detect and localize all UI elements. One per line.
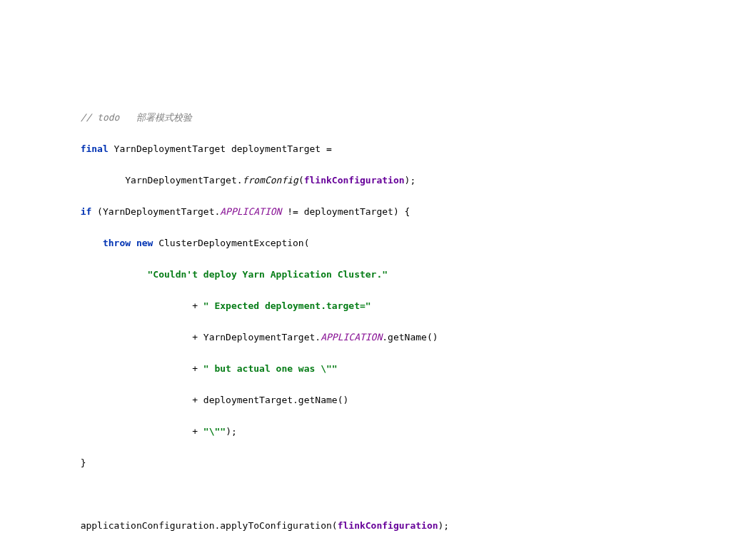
static-method: fromConfig <box>243 175 298 186</box>
code-text: != deploymentTarget) { <box>281 206 410 217</box>
parameter: flinkConfiguration <box>304 175 405 186</box>
code-text: ); <box>226 426 237 437</box>
code-text: + deploymentTarget.getName() <box>192 395 348 405</box>
code-line[interactable]: final YarnDeploymentTarget deploymentTar… <box>21 141 749 157</box>
code-text: ); <box>438 520 450 531</box>
code-text: } <box>81 457 86 468</box>
code-text: .getName() <box>382 332 438 342</box>
code-text: (YarnDeploymentTarget. <box>91 206 220 217</box>
code-text: YarnDeploymentTarget deploymentTarget = <box>109 143 332 154</box>
code-text <box>131 238 136 248</box>
code-text: + <box>192 363 203 374</box>
comment: // todo 部署模式校验 <box>81 112 192 123</box>
static-field: APPLICATION <box>220 206 281 217</box>
code-text: + <box>192 300 203 311</box>
code-line[interactable]: + " Expected deployment.target=" <box>21 298 749 314</box>
keyword: if <box>81 206 92 217</box>
code-line[interactable]: + "\""); <box>21 424 749 440</box>
code-line[interactable]: + " but actual one was \"" <box>21 361 749 377</box>
code-text: ); <box>405 175 416 186</box>
keyword: final <box>81 143 109 154</box>
code-line[interactable]: + YarnDeploymentTarget.APPLICATION.getNa… <box>21 330 749 345</box>
parameter: flinkConfiguration <box>338 520 438 531</box>
string-literal: " Expected deployment.target=" <box>203 300 371 311</box>
code-line[interactable]: YarnDeploymentTarget.fromConfig(flinkCon… <box>21 173 749 188</box>
code-text: ( <box>298 175 304 186</box>
string-literal: "Couldn't deploy Yarn Application Cluste… <box>148 269 388 280</box>
keyword: throw <box>103 238 131 248</box>
code-editor[interactable]: // todo 部署模式校验 final YarnDeploymentTarge… <box>0 63 756 543</box>
code-line[interactable]: "Couldn't deploy Yarn Application Cluste… <box>21 267 749 283</box>
code-line[interactable]: applicationConfiguration.applyToConfigur… <box>21 518 749 534</box>
string-literal: "\"" <box>203 426 226 437</box>
editor-content[interactable]: // todo 部署模式校验 final YarnDeploymentTarge… <box>21 94 749 543</box>
string-literal: " but actual one was \"" <box>203 363 338 374</box>
code-line[interactable]: + deploymentTarget.getName() <box>21 392 749 408</box>
code-text: YarnDeploymentTarget. <box>81 175 243 186</box>
code-line[interactable]: throw new ClusterDeploymentException( <box>21 235 749 251</box>
keyword: new <box>136 238 153 248</box>
code-line[interactable]: } <box>21 455 749 471</box>
code-line[interactable] <box>21 487 749 502</box>
code-text: ClusterDeploymentException( <box>153 238 309 248</box>
static-field: APPLICATION <box>321 332 382 342</box>
code-line[interactable]: // todo 部署模式校验 <box>21 110 749 126</box>
code-line[interactable]: if (YarnDeploymentTarget.APPLICATION != … <box>21 204 749 220</box>
code-text: + <box>192 426 203 437</box>
code-text: + YarnDeploymentTarget. <box>192 332 321 342</box>
code-text: applicationConfiguration.applyToConfigur… <box>81 520 338 531</box>
